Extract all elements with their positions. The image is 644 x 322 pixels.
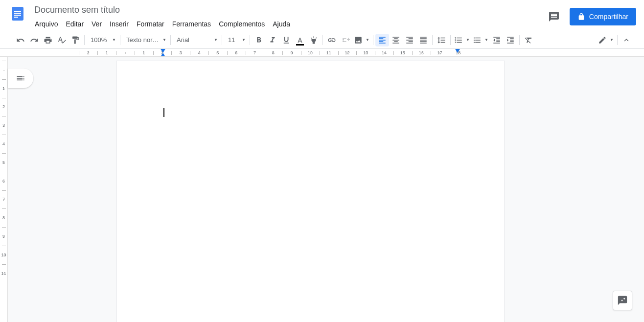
highlight-color-button[interactable] <box>307 34 321 46</box>
bold-button[interactable] <box>252 34 266 46</box>
svg-rect-1 <box>14 11 21 12</box>
numbered-list-button[interactable] <box>453 34 464 46</box>
bold-icon <box>254 36 263 45</box>
indent-decrease-icon <box>492 36 501 45</box>
underline-icon <box>282 36 291 45</box>
image-icon <box>354 36 363 45</box>
undo-button[interactable] <box>14 34 27 46</box>
workspace: 21123456789101112131415161718 2112345678… <box>0 49 644 322</box>
align-center-icon <box>391 36 400 45</box>
app-header: Documento sem título Arquivo Editar Ver … <box>0 0 644 31</box>
svg-rect-3 <box>14 15 21 16</box>
menu-addons[interactable]: Complementos <box>215 18 268 30</box>
underline-button[interactable] <box>279 34 293 46</box>
clear-formatting-button[interactable] <box>522 34 535 46</box>
text-color-icon <box>296 37 304 44</box>
undo-icon <box>16 36 25 45</box>
vertical-ruler[interactable]: 211234567891011 <box>0 57 8 322</box>
menu-edit[interactable]: Editar <box>62 18 87 30</box>
menu-view[interactable]: Ver <box>88 18 105 30</box>
horizontal-ruler[interactable]: 21123456789101112131415161718 <box>0 49 644 57</box>
insert-image-dropdown[interactable]: ▼ <box>364 34 371 46</box>
chevron-down-icon: ▼ <box>242 38 246 42</box>
toolbar-separator <box>373 35 373 45</box>
menu-file[interactable]: Arquivo <box>31 18 61 30</box>
font-size-value: 11 <box>228 36 235 44</box>
indent-marker-first-line[interactable] <box>161 49 165 53</box>
explore-button[interactable] <box>613 291 632 310</box>
lock-icon <box>577 13 585 21</box>
paragraph-style-dropdown[interactable]: Texto norm…▼ <box>122 34 168 46</box>
menubar: Arquivo Editar Ver Inserir Formatar Ferr… <box>31 18 544 30</box>
chevron-down-icon: ▼ <box>162 38 166 42</box>
document-page[interactable] <box>116 61 505 322</box>
indent-marker-left[interactable] <box>161 53 165 57</box>
menu-help[interactable]: Ajuda <box>269 18 294 30</box>
menu-format[interactable]: Formatar <box>133 18 168 30</box>
italic-icon <box>268 36 277 45</box>
document-outline-toggle[interactable] <box>8 69 33 88</box>
line-spacing-button[interactable] <box>435 34 448 46</box>
page-scroll-container[interactable] <box>8 57 644 322</box>
zoom-dropdown[interactable]: 100%▼ <box>87 34 118 46</box>
bulleted-list-combo: ▼ <box>471 34 490 46</box>
italic-button[interactable] <box>266 34 279 46</box>
page-content[interactable] <box>163 108 458 117</box>
print-button[interactable] <box>41 34 55 46</box>
header-actions: Compartilhar <box>544 7 636 26</box>
numbered-list-dropdown[interactable]: ▼ <box>464 34 471 46</box>
align-justify-button[interactable] <box>416 34 430 46</box>
increase-indent-button[interactable] <box>504 34 517 46</box>
menu-tools[interactable]: Ferramentas <box>169 18 214 30</box>
toolbar-separator <box>450 35 451 45</box>
comments-button[interactable] <box>544 7 564 26</box>
add-comment-button[interactable] <box>339 34 352 46</box>
toolbar-separator <box>519 35 520 45</box>
text-color-button[interactable] <box>293 34 307 46</box>
chevron-up-icon <box>622 36 631 45</box>
spellcheck-button[interactable] <box>55 34 69 46</box>
bulleted-list-button[interactable] <box>471 34 483 46</box>
chevron-down-icon: ▼ <box>484 38 488 42</box>
toolbar-separator <box>84 35 85 45</box>
print-icon <box>44 36 52 45</box>
align-justify-icon <box>419 36 428 45</box>
explore-icon <box>617 295 628 306</box>
editing-mode-combo: ▼ <box>597 34 615 46</box>
paint-format-button[interactable] <box>69 34 82 46</box>
chevron-down-icon: ▼ <box>466 38 470 42</box>
font-dropdown[interactable]: Arial▼ <box>173 34 220 46</box>
chevron-down-icon: ▼ <box>112 38 116 42</box>
menu-insert[interactable]: Inserir <box>106 18 132 30</box>
decrease-indent-button[interactable] <box>490 34 504 46</box>
bulleted-list-dropdown[interactable]: ▼ <box>483 34 490 46</box>
insert-image-button[interactable] <box>352 34 364 46</box>
spellcheck-icon <box>57 36 66 45</box>
paint-roller-icon <box>71 36 80 45</box>
clear-format-icon <box>524 36 533 45</box>
svg-rect-2 <box>14 13 21 14</box>
link-icon <box>327 36 336 45</box>
zoom-value: 100% <box>91 36 107 44</box>
align-center-button[interactable] <box>389 34 403 46</box>
docs-logo[interactable] <box>8 4 27 23</box>
redo-button[interactable] <box>27 34 41 46</box>
editing-mode-button[interactable] <box>597 34 608 46</box>
align-left-button[interactable] <box>375 34 389 46</box>
editing-mode-dropdown[interactable]: ▼ <box>608 34 615 46</box>
insert-image-combo: ▼ <box>352 34 371 46</box>
numbered-list-icon <box>454 36 463 45</box>
indent-marker-right[interactable] <box>455 49 460 53</box>
numbered-list-combo: ▼ <box>453 34 471 46</box>
style-value: Texto norm… <box>126 36 161 44</box>
insert-link-button[interactable] <box>325 34 339 46</box>
toolbar: 100%▼ Texto norm…▼ Arial▼ 11▼ ▼ ▼ ▼ ▼ <box>0 31 644 49</box>
add-comment-icon <box>341 36 350 45</box>
align-left-icon <box>378 36 387 45</box>
share-button[interactable]: Compartilhar <box>570 8 636 25</box>
toolbar-separator <box>432 35 433 45</box>
font-size-dropdown[interactable]: 11▼ <box>224 34 248 46</box>
document-title[interactable]: Documento sem título <box>31 4 544 16</box>
collapse-toolbar-button[interactable] <box>620 34 633 46</box>
align-right-button[interactable] <box>403 34 416 46</box>
